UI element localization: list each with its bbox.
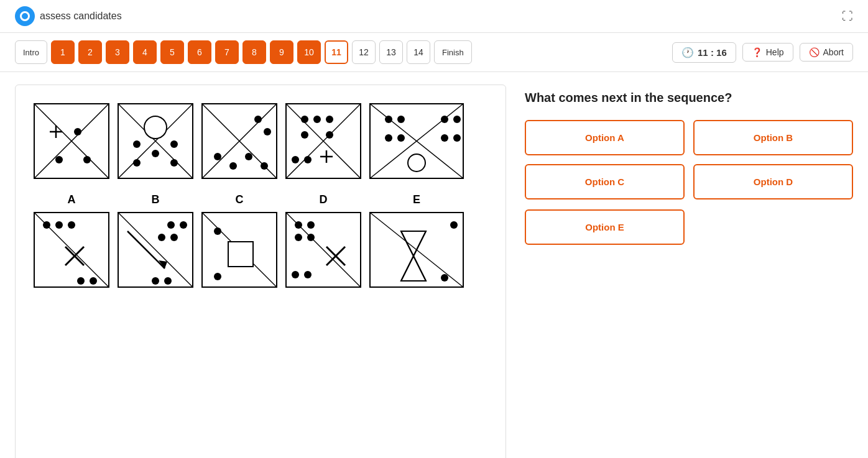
timer-box: 🕐 11 : 16	[672, 42, 736, 63]
nav-page-6[interactable]: 6	[188, 40, 211, 64]
svg-point-47	[441, 134, 448, 142]
svg-point-82	[307, 221, 315, 229]
svg-point-12	[133, 140, 141, 148]
zoom-out-button[interactable]: ⊖	[283, 454, 303, 458]
svg-point-69	[170, 234, 178, 241]
nav-page-5[interactable]: 5	[160, 40, 184, 64]
puzzle-image: A B C D E	[28, 98, 493, 442]
svg-point-88	[304, 271, 312, 278]
svg-point-63	[90, 277, 97, 285]
svg-point-87	[292, 271, 299, 278]
svg-point-91	[450, 221, 458, 229]
svg-point-72	[152, 277, 159, 285]
svg-point-83	[295, 234, 302, 241]
option-e-button[interactable]: Option E	[525, 209, 685, 245]
svg-point-31	[326, 116, 333, 123]
rotate-button[interactable]: ↺	[218, 454, 238, 458]
svg-point-32	[301, 131, 308, 139]
svg-point-22	[214, 153, 221, 160]
svg-point-16	[170, 159, 178, 167]
main-content: A B C D E	[0, 72, 868, 458]
svg-rect-77	[228, 242, 253, 267]
timer-display: 11 : 16	[698, 47, 727, 58]
svg-point-73	[164, 277, 172, 285]
nav-page-13[interactable]: 13	[379, 40, 403, 64]
option-b-button[interactable]: Option B	[693, 120, 853, 155]
nav-page-7[interactable]: 7	[215, 40, 239, 64]
expand-icon[interactable]: ⛶	[842, 10, 853, 23]
nav-intro[interactable]: Intro	[15, 40, 47, 64]
logo-icon	[15, 6, 35, 26]
svg-point-42	[397, 116, 405, 123]
option-d-button[interactable]: Option D	[693, 164, 853, 199]
abort-label: Abort	[823, 47, 844, 57]
svg-point-78	[214, 273, 221, 280]
svg-point-25	[261, 162, 268, 170]
svg-text:E: E	[413, 193, 420, 206]
svg-point-58	[55, 221, 63, 229]
svg-point-13	[152, 150, 159, 157]
svg-point-43	[441, 116, 448, 123]
svg-point-62	[77, 277, 85, 285]
svg-point-5	[74, 128, 81, 135]
nav-page-11[interactable]: 11	[325, 40, 348, 64]
svg-point-45	[385, 134, 392, 142]
nav-finish[interactable]: Finish	[434, 40, 472, 64]
svg-point-66	[167, 221, 175, 229]
nav-page-9[interactable]: 9	[270, 40, 293, 64]
svg-point-33	[326, 131, 333, 139]
zoom-controls: ↺ ⊕ ⊖	[28, 448, 493, 458]
svg-point-30	[313, 116, 321, 123]
svg-point-37	[304, 156, 312, 163]
abort-icon: 🚫	[809, 47, 820, 57]
svg-point-14	[170, 140, 178, 148]
svg-point-57	[43, 221, 50, 229]
svg-text:A: A	[68, 193, 76, 206]
svg-text:B: B	[152, 193, 160, 206]
svg-point-15	[133, 159, 141, 167]
svg-point-6	[55, 156, 63, 163]
svg-point-68	[158, 234, 165, 241]
help-label: Help	[766, 47, 784, 57]
abort-button[interactable]: 🚫 Abort	[800, 43, 853, 62]
help-icon: ❓	[752, 47, 762, 57]
nav-page-1[interactable]: 1	[51, 40, 75, 64]
svg-point-11	[144, 116, 167, 139]
svg-point-67	[180, 221, 187, 229]
option-a-button[interactable]: Option A	[525, 120, 685, 155]
nav-page-2[interactable]: 2	[78, 40, 102, 64]
zoom-in-button[interactable]: ⊕	[251, 454, 270, 458]
options-grid: Option A Option B Option C Option D	[525, 120, 853, 199]
svg-point-49	[408, 154, 425, 172]
nav-page-12[interactable]: 12	[352, 40, 376, 64]
nav-page-8[interactable]: 8	[242, 40, 266, 64]
nav-page-3[interactable]: 3	[106, 40, 129, 64]
nav-page-4[interactable]: 4	[133, 40, 157, 64]
question-text: What comes next in the sequence?	[525, 91, 853, 105]
svg-point-81	[295, 221, 302, 229]
nav-page-14[interactable]: 14	[407, 40, 430, 64]
svg-point-41	[385, 116, 392, 123]
svg-point-21	[264, 128, 271, 135]
nav-right-controls: 🕐 11 : 16 ❓ Help 🚫 Abort	[672, 42, 853, 63]
header: assess candidates ⛶	[0, 0, 868, 33]
option-c-button[interactable]: Option C	[525, 164, 685, 199]
help-button[interactable]: ❓ Help	[742, 43, 793, 62]
svg-point-29	[301, 116, 308, 123]
svg-point-97	[441, 274, 448, 282]
puzzle-area: A B C D E	[15, 85, 506, 458]
logo-area: assess candidates	[15, 6, 122, 26]
svg-point-24	[245, 153, 252, 160]
nav-page-10[interactable]: 10	[297, 40, 321, 64]
svg-point-44	[453, 116, 461, 123]
logo-text: assess candidates	[40, 11, 122, 22]
answer-area: What comes next in the sequence? Option …	[525, 85, 853, 458]
svg-point-36	[292, 156, 299, 163]
svg-point-59	[68, 221, 75, 229]
svg-point-20	[254, 116, 262, 123]
svg-text:C: C	[236, 193, 244, 206]
svg-text:D: D	[320, 193, 328, 206]
svg-point-46	[397, 134, 405, 142]
svg-point-84	[307, 234, 315, 241]
svg-point-23	[229, 162, 237, 170]
